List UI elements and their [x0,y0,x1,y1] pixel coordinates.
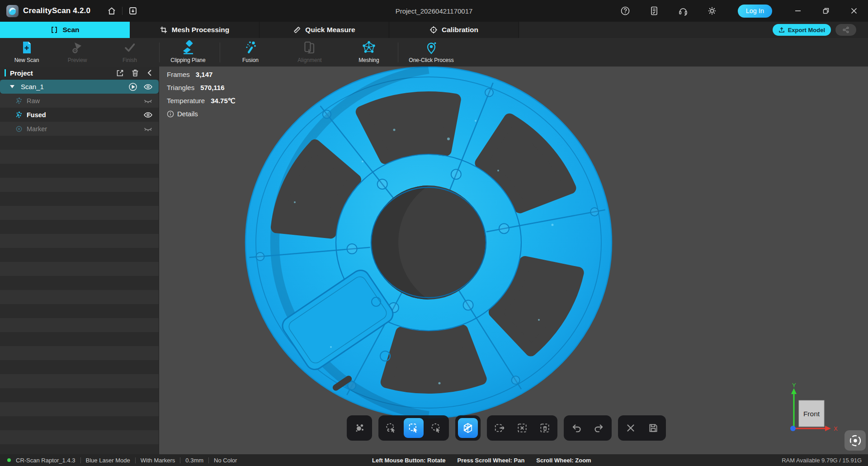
scan-icon [50,26,58,34]
login-label: Log In [746,7,764,14]
visibility-on-icon[interactable] [143,82,153,91]
feedback-button[interactable] [646,3,662,19]
tree-item-fused[interactable]: Fused [0,108,159,122]
close-button[interactable] [840,0,868,22]
project-header: Project [0,67,159,80]
rect-select-icon [408,422,420,434]
preview-icon [71,40,84,55]
visibility-off-icon[interactable] [143,124,153,133]
ruler-icon [293,26,301,34]
tab-mesh-processing[interactable]: Mesh Processing [130,22,259,38]
invert-selection-button[interactable] [490,418,509,438]
restore-button[interactable] [812,0,840,22]
gizmo-front-label: Front [803,410,820,418]
brush-group [347,415,372,441]
cube-slash-icon [462,422,474,434]
scan-ribbon: New Scan Preview Finish Clipping Plane F… [0,38,868,67]
marker-icon [15,125,23,133]
orbit-view-button[interactable] [844,430,866,451]
visibility-off-icon[interactable] [143,96,153,105]
deselect-button[interactable] [512,418,532,438]
ellipse-select-icon [430,422,442,434]
support-button[interactable] [675,3,691,19]
tab-calibration[interactable]: Calibration [389,22,519,38]
one-click-process-label: One-Click Process [409,57,453,63]
orbit-icon [848,433,863,448]
viewport-toolbar [347,415,666,441]
cancel-button[interactable] [621,418,641,438]
open-project-button[interactable] [125,3,141,19]
titlebar-divider [122,7,123,15]
select-through-group [455,415,481,441]
redo-icon [593,422,605,434]
expand-caret-icon[interactable] [10,85,14,88]
visibility-on-icon[interactable] [143,110,153,119]
fusion-wand-icon [244,40,257,55]
save-button[interactable] [643,418,663,438]
export-project-icon[interactable] [116,69,124,77]
delete-selection-button[interactable] [535,418,555,438]
mouse-hints: Left Mouse Button: Rotate Press Scroll W… [372,457,591,464]
lasso-select-icon [385,422,397,434]
folder-import-icon [128,6,137,15]
gear-icon [707,6,717,16]
export-model-label: Export Model [788,27,825,33]
3d-viewport[interactable]: Frames3,147 Triangles570,116 Temperature… [159,67,868,454]
clipping-plane-icon [181,40,195,55]
rect-select-button[interactable] [404,418,424,438]
point-brush-button[interactable] [349,418,369,438]
triangles-label: Triangles [167,84,194,91]
undo-icon [571,422,582,434]
export-area: Export Model [773,24,856,36]
play-scan-icon[interactable] [128,82,137,91]
collapse-sidebar-icon[interactable] [146,69,153,77]
settings-button[interactable] [704,3,720,19]
crop-icon [160,26,168,34]
tree-item-raw[interactable]: Raw [0,94,159,108]
minimize-button[interactable] [784,0,812,22]
tab-mesh-label: Mesh Processing [172,26,230,34]
x-axis-arrow-icon [825,426,831,431]
preview-button[interactable]: Preview [48,40,107,63]
ram-available: RAM Available 9.79G / 15.91G [782,457,862,464]
clipping-plane-button[interactable]: Clipping Plane [159,40,217,63]
axis-gizmo[interactable]: Front Y X [785,382,844,434]
home-button[interactable] [104,3,119,19]
fusion-button[interactable]: Fusion [221,40,280,63]
app-logo-icon [6,5,19,17]
export-model-button[interactable]: Export Model [773,24,831,36]
meshing-button[interactable]: Meshing [340,40,398,63]
raw-label: Raw [27,97,40,105]
details-toggle[interactable]: Details [167,107,236,120]
alignment-button[interactable]: Alignment [280,40,339,63]
delete-project-icon[interactable] [131,69,139,77]
login-button[interactable]: Log In [738,5,772,18]
preview-label: Preview [68,57,87,63]
triangles-value: 570,116 [200,84,224,91]
tree-item-marker[interactable]: Marker [0,122,159,136]
info-icon [167,110,174,118]
fusion-label: Fusion [242,57,259,63]
finish-button[interactable]: Finish [100,40,159,63]
one-click-process-button[interactable]: One-Click Process [400,40,463,63]
cancel-x-icon [625,422,637,434]
project-title: Project_20260421170017 [396,0,473,22]
hint-pan: Press Scroll Wheel: Pan [457,457,524,464]
redo-button[interactable] [589,418,609,438]
tree-item-scan1[interactable]: Scan_1 [0,80,159,94]
tab-scan[interactable]: Scan [0,22,130,38]
undo-button[interactable] [566,418,586,438]
project-header-label: Project [10,69,33,77]
z-axis-dot-icon [790,426,796,431]
finish-label: Finish [123,57,137,63]
share-button[interactable] [835,24,856,36]
tab-quick-measure[interactable]: Quick Measure [259,22,389,38]
marker-label: Marker [27,125,47,133]
lasso-select-button[interactable] [381,418,401,438]
survey-icon [649,6,659,16]
help-button[interactable] [618,3,633,19]
ellipse-select-button[interactable] [426,418,446,438]
save-floppy-icon [647,422,659,434]
selection-tools-group [378,415,449,441]
select-through-button[interactable] [458,418,478,438]
